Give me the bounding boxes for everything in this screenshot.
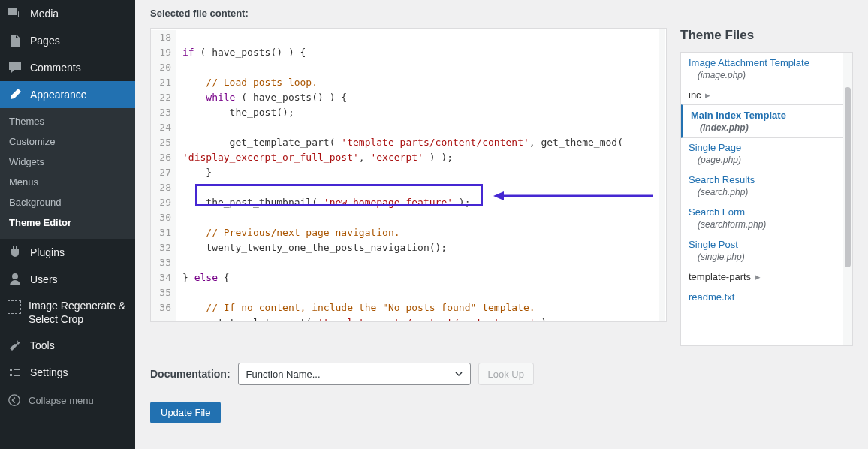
file-image-attachment[interactable]: Image Attachment Template (image.php) bbox=[681, 53, 852, 85]
media-icon bbox=[8, 6, 23, 21]
theme-files-title: Theme Files bbox=[680, 28, 853, 43]
sidebar-item-label: Comments bbox=[30, 62, 81, 74]
chevron-right-icon: ▸ bbox=[755, 271, 761, 282]
file-search-form[interactable]: Search Form (searchform.php) bbox=[681, 202, 852, 234]
appearance-submenu: Themes Customize Widgets Menus Backgroun… bbox=[0, 108, 135, 239]
users-icon bbox=[8, 272, 23, 287]
svg-point-0 bbox=[9, 395, 20, 405]
chevron-right-icon: ▸ bbox=[705, 89, 710, 101]
sidebar-item-label: Pages bbox=[30, 35, 60, 47]
sidebar-item-tools[interactable]: Tools bbox=[0, 332, 135, 359]
sidebar-item-media[interactable]: Media bbox=[0, 0, 135, 27]
admin-sidebar: Media Pages Comments Appearance Themes C… bbox=[0, 0, 135, 449]
submenu-customize[interactable]: Customize bbox=[0, 131, 135, 152]
sidebar-item-plugins[interactable]: Plugins bbox=[0, 239, 135, 266]
sidebar-item-appearance[interactable]: Appearance bbox=[0, 81, 135, 108]
sidebar-item-users[interactable]: Users bbox=[0, 266, 135, 293]
plugins-icon bbox=[8, 245, 23, 260]
code-lines[interactable]: if ( have_posts() ) { // Load posts loop… bbox=[176, 30, 629, 322]
sidebar-item-label: Plugins bbox=[30, 246, 65, 258]
submenu-widgets[interactable]: Widgets bbox=[0, 152, 135, 172]
chevron-down-icon bbox=[454, 369, 464, 379]
submenu-theme-editor[interactable]: Theme Editor bbox=[0, 212, 135, 233]
sidebar-item-label: Tools bbox=[30, 339, 55, 351]
submenu-themes[interactable]: Themes bbox=[0, 111, 135, 131]
submenu-background[interactable]: Background bbox=[0, 192, 135, 212]
update-file-button[interactable]: Update File bbox=[150, 402, 221, 423]
lookup-button[interactable]: Look Up bbox=[478, 363, 534, 385]
sidebar-item-label: Media bbox=[30, 8, 59, 20]
sidebar-item-image-regenerate[interactable]: Image Regenerate & Select Crop bbox=[0, 293, 135, 332]
sidebar-item-label: Image Regenerate & Select Crop bbox=[29, 299, 128, 326]
file-main-index[interactable]: Main Index Template (index.php) bbox=[680, 104, 853, 138]
theme-files-panel: Theme Files Image Attachment Template (i… bbox=[680, 28, 853, 346]
code-scrollbar[interactable] bbox=[659, 29, 665, 321]
sidebar-item-comments[interactable]: Comments bbox=[0, 54, 135, 81]
collapse-icon bbox=[8, 393, 21, 407]
line-gutter: 18 19 20 21 22 23 24 25 26 27 28 29 30 3… bbox=[151, 30, 176, 322]
code-editor[interactable]: 18 19 20 21 22 23 24 25 26 27 28 29 30 3… bbox=[150, 28, 667, 322]
sidebar-item-label: Users bbox=[30, 273, 58, 285]
image-regenerate-icon bbox=[8, 300, 21, 314]
documentation-select[interactable]: Function Name... bbox=[238, 363, 471, 385]
sidebar-item-pages[interactable]: Pages bbox=[0, 27, 135, 54]
appearance-icon bbox=[8, 87, 23, 102]
theme-files-scrollbar[interactable] bbox=[843, 53, 852, 345]
selected-file-content-label: Selected file content: bbox=[150, 0, 853, 28]
dir-inc[interactable]: inc ▸ bbox=[681, 85, 852, 105]
file-single-page[interactable]: Single Page (page.php) bbox=[681, 137, 852, 170]
sidebar-item-label: Appearance bbox=[30, 89, 87, 101]
file-search-results[interactable]: Search Results (search.php) bbox=[681, 170, 852, 202]
pages-icon bbox=[8, 33, 23, 48]
submenu-menus[interactable]: Menus bbox=[0, 172, 135, 192]
sidebar-item-settings[interactable]: Settings bbox=[0, 359, 135, 386]
main-content: Selected file content: 18 19 20 21 22 23… bbox=[135, 0, 868, 449]
collapse-menu[interactable]: Collapse menu bbox=[0, 386, 135, 414]
comments-icon bbox=[8, 60, 23, 75]
theme-files-list[interactable]: Image Attachment Template (image.php) in… bbox=[680, 52, 853, 346]
dir-template-parts[interactable]: template-parts ▸ bbox=[681, 267, 852, 287]
documentation-label: Documentation: bbox=[150, 368, 231, 380]
settings-icon bbox=[8, 365, 23, 380]
sidebar-item-label: Settings bbox=[30, 366, 68, 378]
tools-icon bbox=[8, 338, 23, 353]
file-single-post[interactable]: Single Post (single.php) bbox=[681, 234, 852, 267]
file-readme[interactable]: readme.txt bbox=[681, 287, 852, 307]
scrollbar-thumb[interactable] bbox=[845, 87, 851, 267]
documentation-row: Documentation: Function Name... Look Up bbox=[150, 363, 853, 385]
